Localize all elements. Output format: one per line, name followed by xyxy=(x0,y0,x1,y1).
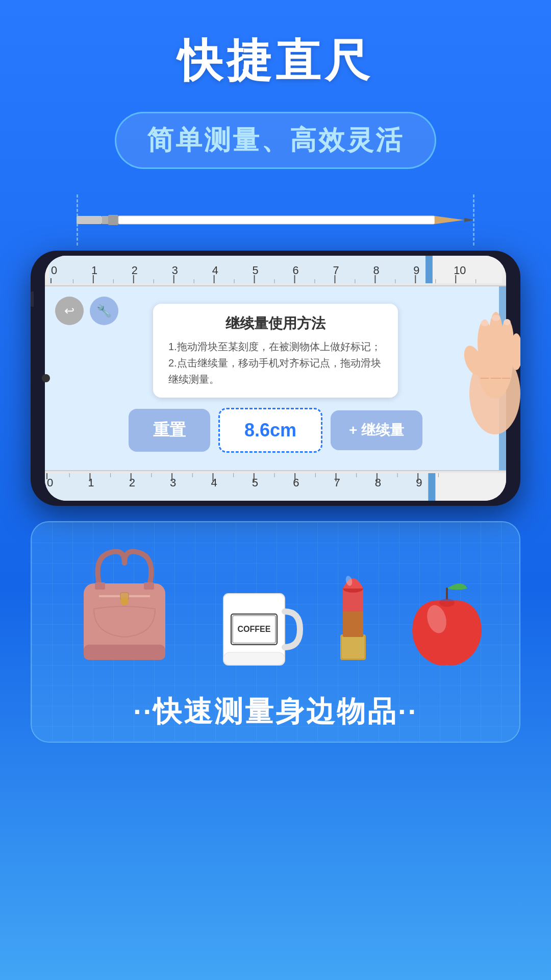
svg-rect-26 xyxy=(425,256,433,283)
svg-text:1: 1 xyxy=(91,264,97,277)
ruler-top: 0 1 2 3 4 xyxy=(45,256,506,286)
svg-rect-1 xyxy=(102,216,108,224)
coffee-mug-item: COFFEE xyxy=(213,573,305,677)
svg-text:0: 0 xyxy=(47,476,53,489)
tool-icons: ↩ 🔧 xyxy=(55,297,118,325)
items-content: COFFEE xyxy=(52,543,499,731)
svg-text:7: 7 xyxy=(333,264,339,277)
svg-text:1: 1 xyxy=(88,476,94,489)
dashed-line-right xyxy=(473,194,474,246)
svg-text:10: 10 xyxy=(454,264,466,277)
svg-rect-92 xyxy=(95,582,105,590)
pencil-area xyxy=(46,194,505,246)
subtitle-text: 简单测量、高效灵活 xyxy=(147,125,404,155)
ruler-bottom-svg: 0 1 2 3 4 xyxy=(45,473,506,501)
info-box-title: 继续量使用方法 xyxy=(168,314,383,333)
svg-text:2: 2 xyxy=(132,264,138,277)
svg-point-87 xyxy=(504,319,511,325)
measurement-display: 8.6cm xyxy=(218,408,322,453)
svg-rect-93 xyxy=(144,582,154,590)
page-wrapper: 快捷直尺 简单测量、高效灵活 xyxy=(0,0,551,980)
settings-button[interactable]: 🔧 xyxy=(90,297,118,325)
phone-outer: 0 1 2 3 4 xyxy=(31,251,520,506)
reset-button[interactable]: 重置 xyxy=(129,409,210,452)
svg-point-108 xyxy=(439,599,455,607)
coffee-mug-icon: COFFEE xyxy=(213,573,305,675)
svg-text:8: 8 xyxy=(373,264,379,277)
svg-text:8: 8 xyxy=(375,476,381,489)
svg-rect-102 xyxy=(343,609,363,637)
svg-text:5: 5 xyxy=(252,476,258,489)
svg-text:6: 6 xyxy=(293,476,299,489)
lipstick-item xyxy=(328,563,379,677)
svg-text:COFFEE: COFFEE xyxy=(238,625,271,633)
volume-btn xyxy=(31,291,34,307)
items-section: COFFEE xyxy=(31,521,520,743)
svg-point-86 xyxy=(492,315,500,321)
svg-rect-89 xyxy=(84,645,165,660)
svg-rect-96 xyxy=(223,652,285,665)
svg-rect-3 xyxy=(118,216,435,224)
svg-text:0: 0 xyxy=(51,264,57,277)
svg-rect-2 xyxy=(108,215,118,225)
camera xyxy=(42,374,50,382)
main-title: 快捷直尺 xyxy=(178,31,373,91)
svg-text:3: 3 xyxy=(172,264,178,277)
svg-rect-7 xyxy=(49,256,429,283)
screen-content: ↩ 🔧 继续量使用方法 1.拖动滑块至某刻度，在被测物体上做好标记； 2.点击继… xyxy=(45,286,506,470)
handbag-icon xyxy=(58,543,191,675)
svg-text:2: 2 xyxy=(129,476,135,489)
svg-text:7: 7 xyxy=(334,476,340,489)
svg-rect-43 xyxy=(45,473,432,501)
bottom-caption: ··快速测量身边物品·· xyxy=(133,693,418,731)
phone-mockup: 0 1 2 3 4 xyxy=(31,251,520,506)
info-line1: 1.拖动滑块至某刻度，在被测物体上做好标记； xyxy=(168,338,383,355)
svg-marker-4 xyxy=(435,216,464,224)
svg-text:3: 3 xyxy=(170,476,176,489)
svg-text:4: 4 xyxy=(212,264,218,277)
pencil-icon xyxy=(77,211,474,229)
back-button[interactable]: ↩ xyxy=(55,297,84,325)
phone-screen: 0 1 2 3 4 xyxy=(45,256,506,501)
svg-text:9: 9 xyxy=(416,476,422,489)
svg-text:9: 9 xyxy=(413,264,419,277)
items-row: COFFEE xyxy=(52,543,499,677)
svg-text:4: 4 xyxy=(211,476,217,489)
buttons-area: 重置 8.6cm + 继续量 xyxy=(129,408,422,453)
svg-text:6: 6 xyxy=(293,264,299,277)
continue-button[interactable]: + 继续量 xyxy=(331,410,422,450)
handbag-item xyxy=(58,543,191,677)
apple-item xyxy=(401,573,493,677)
info-box: 继续量使用方法 1.拖动滑块至某刻度，在被测物体上做好标记； 2.点击继续量，移… xyxy=(153,304,398,398)
apple-icon xyxy=(401,573,493,675)
ruler-top-svg: 0 1 2 3 4 xyxy=(49,256,502,283)
svg-text:5: 5 xyxy=(253,264,259,277)
svg-rect-101 xyxy=(342,636,364,658)
svg-rect-0 xyxy=(77,216,102,224)
ruler-bottom: 0 1 2 3 4 xyxy=(45,470,506,501)
svg-point-94 xyxy=(120,597,129,605)
info-line2: 2.点击继续量，移动手机对齐标记点，拖动滑块继续测量。 xyxy=(168,355,383,387)
lipstick-icon xyxy=(328,563,379,675)
hand-icon xyxy=(459,312,520,455)
subtitle-badge: 简单测量、高效灵活 xyxy=(115,112,436,169)
svg-point-85 xyxy=(481,320,489,326)
svg-rect-62 xyxy=(428,473,435,501)
dashed-line-left xyxy=(77,194,78,246)
